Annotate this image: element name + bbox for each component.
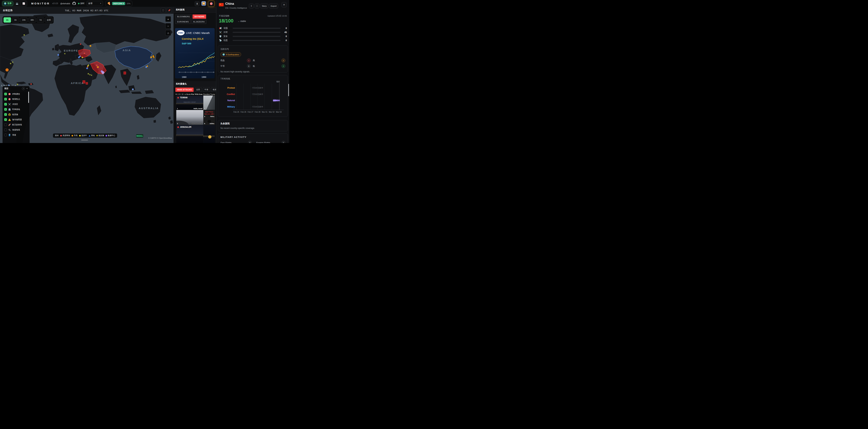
camera-tile-2[interactable]: 2 xyxy=(203,96,215,110)
event-marker[interactable] xyxy=(82,57,83,58)
help-icon[interactable]: ? xyxy=(22,87,25,90)
user-handle[interactable]: @eliehabib xyxy=(60,2,70,5)
camera-tile-jerusalem[interactable]: JERUSALEM xyxy=(176,125,203,143)
event-marker[interactable] xyxy=(57,54,59,56)
camera-tile-jerusalem-dome[interactable] xyxy=(204,125,215,143)
layer-checkbox[interactable] xyxy=(4,134,7,136)
event-marker[interactable] xyxy=(84,53,85,54)
layer-item[interactable]: ✓⚠️伽马辐照器 xyxy=(3,117,30,122)
event-marker[interactable] xyxy=(88,73,89,74)
event-marker[interactable] xyxy=(24,34,25,36)
region-select[interactable]: 全球 ▼ xyxy=(87,1,103,6)
camera-tile-telaviv[interactable]: 3 Tel Aviv, Israel xyxy=(176,110,203,125)
camera-tile-tehran-static[interactable]: Most InterneIran cams will r 4 Tehra xyxy=(204,110,215,118)
tile-number: 3 xyxy=(177,123,178,125)
panel-scrollbar[interactable] xyxy=(288,84,289,96)
timeline-event-dot[interactable] xyxy=(275,100,276,101)
view-toggle-0[interactable]: 🌍世界 xyxy=(2,1,13,6)
layer-checkbox[interactable]: ✓ xyxy=(4,98,7,100)
event-marker[interactable] xyxy=(132,89,134,90)
time-filter-24h[interactable]: 24h xyxy=(20,17,28,23)
event-marker[interactable] xyxy=(79,56,81,57)
layer-item[interactable]: 🔌海底电缆 xyxy=(3,127,30,132)
time-filter-全部[interactable]: 全部 xyxy=(45,17,53,23)
layer-checkbox[interactable] xyxy=(4,129,7,131)
headlines-empty-text: No recent country-specific coverage. xyxy=(220,127,285,129)
camera-tile-tehran[interactable]: TEHRAN INQUIZEX OSINT 1 Haifa, Israel xyxy=(176,96,203,110)
target-button[interactable]: 🎯 xyxy=(208,1,214,7)
layer-item[interactable]: ✓🎯伊朗袭击 xyxy=(3,92,30,97)
layer-checkbox[interactable]: ✓ xyxy=(4,108,7,111)
event-marker[interactable] xyxy=(89,74,91,75)
layer-icon: 🚀 xyxy=(8,124,11,126)
layer-item[interactable]: 🚀航天发射场 xyxy=(3,122,30,127)
event-marker[interactable] xyxy=(5,68,9,71)
layer-item[interactable]: ✓🏛️军事基地 xyxy=(3,107,30,112)
event-marker[interactable] xyxy=(88,65,89,66)
layer-item[interactable]: 🛢️管道 xyxy=(3,132,30,137)
event-marker[interactable] xyxy=(17,84,18,85)
github-icon[interactable] xyxy=(72,2,76,5)
event-marker[interactable] xyxy=(90,45,91,47)
layers-scrollbar[interactable] xyxy=(28,92,29,103)
defcon-indicator[interactable]: 🍕 DEFCON 5 15% xyxy=(105,1,132,6)
zoom-out-button[interactable]: − xyxy=(165,23,171,29)
event-marker[interactable] xyxy=(80,43,81,45)
tab-中东[interactable]: 中东 xyxy=(203,88,210,92)
export-button[interactable]: Export xyxy=(269,3,278,8)
layer-checkbox[interactable]: ✓ xyxy=(4,93,7,95)
conflict-square-marker[interactable] xyxy=(86,82,88,85)
time-filter-6h[interactable]: 6h xyxy=(12,17,19,23)
event-marker[interactable] xyxy=(147,66,148,67)
download-button[interactable]: ⬇ xyxy=(195,1,199,6)
live-news-player[interactable]: CNBC LIVE: CNBC Marath Corning Inc (GLX … xyxy=(175,28,215,78)
view-toggle-2[interactable]: 📈 xyxy=(21,1,27,6)
timeline-event-dot[interactable] xyxy=(276,100,278,101)
event-marker[interactable] xyxy=(101,71,104,74)
tab-欧洲[interactable]: 欧洲 xyxy=(211,88,216,92)
tab-aljazeera[interactable]: ALJAZEERA xyxy=(191,20,207,24)
event-marker[interactable] xyxy=(97,66,99,68)
map-canvas[interactable]: AMERICAEUROPEASIAAFRICAAUSTRALIA 1h6h24h… xyxy=(0,14,174,143)
resize-handle[interactable] xyxy=(81,140,88,140)
share-button[interactable]: ⇧ xyxy=(249,3,254,8)
layer-item[interactable]: ✓🎯情报热点 xyxy=(3,97,30,102)
rewind-button[interactable]: ⏪ xyxy=(202,1,206,6)
close-button[interactable]: ✕ xyxy=(281,2,287,7)
event-marker[interactable] xyxy=(91,75,92,76)
event-marker[interactable] xyxy=(12,62,13,63)
camera-tile-isfahan-static[interactable]: 6 Isfaha xyxy=(204,118,215,125)
conflict-square-marker[interactable] xyxy=(124,72,126,74)
tab-iran-attacks[interactable]: IRAN ATTACKS xyxy=(176,88,194,92)
event-marker[interactable] xyxy=(86,67,88,69)
layer-item[interactable]: ✓⚔️冲突区 xyxy=(3,102,30,107)
collapse-icon[interactable]: ▼ xyxy=(26,88,28,89)
event-marker[interactable] xyxy=(150,56,152,58)
layer-checkbox[interactable] xyxy=(4,123,7,126)
tab-全部[interactable]: 全部 xyxy=(194,88,202,92)
map-fullscreen-button[interactable]: ⛶ xyxy=(161,8,166,13)
map-pin-button[interactable]: 📌 xyxy=(167,8,172,13)
layer-checkbox[interactable]: ✓ xyxy=(4,113,7,116)
time-filter-48h[interactable]: 48h xyxy=(28,17,36,23)
home-button[interactable]: ⌂ xyxy=(165,30,171,36)
view-toggle-1[interactable]: 💻 xyxy=(14,1,20,6)
event-marker[interactable] xyxy=(30,83,32,85)
tab-bloomberg[interactable]: BLOOMBERG xyxy=(176,14,192,19)
timeline-event-dot[interactable] xyxy=(278,100,280,101)
layer-item[interactable]: ✓☢️核设施 xyxy=(3,112,30,117)
time-filter-1h[interactable]: 1h xyxy=(3,17,11,23)
event-marker[interactable] xyxy=(10,63,11,64)
event-marker[interactable] xyxy=(64,53,65,54)
time-filter-7d[interactable]: 7d xyxy=(37,17,44,23)
layer-checkbox[interactable]: ✓ xyxy=(4,118,7,121)
tab-euronews[interactable]: EURONEWS xyxy=(176,20,191,24)
zoom-in-button[interactable]: + xyxy=(165,16,171,22)
event-marker[interactable] xyxy=(153,57,155,58)
expand-button[interactable]: ⛶ xyxy=(254,3,259,8)
tab-skynews[interactable]: SKYNEWS xyxy=(192,14,206,19)
layer-checkbox[interactable]: ✓ xyxy=(4,103,7,106)
event-marker[interactable] xyxy=(96,65,97,66)
earthquakes-badge[interactable]: 🌍 6 Earthquakes xyxy=(220,52,241,57)
story-button[interactable]: Story xyxy=(260,3,268,8)
